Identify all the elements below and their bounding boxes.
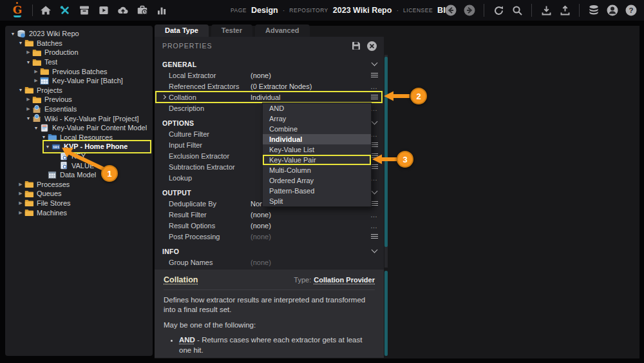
property-value[interactable]: (none) [251, 211, 365, 219]
tree-item-key[interactable]: KEY [5, 152, 153, 161]
dropdown-menu-icon[interactable] [365, 233, 384, 239]
tree-item-kvp-home-phone[interactable]: ▼101KVP - Home Phone [5, 142, 153, 152]
help-type-link[interactable]: Collation Provider [314, 275, 375, 285]
property-row-post-processing[interactable]: Post Processing(none) [155, 231, 384, 242]
help-property-name[interactable]: Collation [164, 275, 294, 286]
tree-item-data-model[interactable]: Data Model [5, 170, 153, 180]
tasks-icon[interactable] [136, 5, 148, 17]
dropdown-option-pattern-based[interactable]: Pattern-Based [263, 186, 371, 196]
tree-item-test[interactable]: ▼Test [5, 57, 153, 67]
dropdown-option-array[interactable]: Array [263, 113, 371, 124]
close-icon[interactable] [366, 40, 377, 52]
collapse-arrow-icon[interactable]: ▼ [17, 41, 24, 45]
repository-value[interactable]: 2023 Wiki Repo [333, 6, 392, 15]
property-row-collation[interactable]: CollationIndividual [155, 92, 384, 103]
help-term-link[interactable]: Array [179, 357, 198, 358]
expand-arrow-icon[interactable]: ▶ [32, 78, 40, 83]
property-row-referenced-extractors[interactable]: Referenced Extractors(0 Extractor Nodes)… [155, 81, 384, 92]
section-header-info[interactable]: INFO [155, 246, 384, 257]
tree-item-projects[interactable]: ▼Projects [5, 86, 153, 95]
property-row-group-names[interactable]: Group Names(none) [155, 257, 384, 268]
cloud-upload-icon[interactable] [117, 5, 129, 17]
tab-tester[interactable]: Tester [211, 25, 252, 37]
tree-item-batches[interactable]: ▼Batches [5, 39, 153, 48]
dropdown-option-multi-column[interactable]: Multi-Column [263, 165, 371, 175]
tree-item-file-stores[interactable]: ▶File Stores [5, 199, 153, 208]
dropdown-option-ordered-array[interactable]: Ordered Array [263, 175, 371, 186]
home-icon[interactable] [39, 5, 52, 17]
help-icon[interactable]: ? [625, 4, 638, 17]
page-value[interactable]: Design [251, 6, 278, 15]
collapse-arrow-icon[interactable]: ▼ [24, 116, 32, 121]
collapse-arrow-icon[interactable]: ▼ [32, 126, 40, 130]
tree-item-previous-batches[interactable]: ▶Previous Batches [5, 66, 153, 76]
tree-item-previous[interactable]: ▶Previous [5, 95, 153, 104]
dropdown-option-split[interactable]: Split [263, 196, 371, 206]
tree-item-processes[interactable]: ▶Processes [5, 180, 153, 190]
chevron-down-icon[interactable] [365, 250, 384, 252]
collapse-arrow-icon[interactable]: ▼ [24, 60, 32, 64]
collapse-arrow-icon[interactable]: ▼ [44, 144, 52, 149]
properties-scrollbar-thumb[interactable] [384, 57, 388, 247]
tree-item-essentials[interactable]: ▶Essentials [5, 104, 153, 114]
tree-item-wiki-key-value-pair-project-[interactable]: ▼Wiki - Key-Value Pair [Project] [5, 113, 153, 123]
dropdown-option-and[interactable]: AND [263, 103, 371, 113]
tools-icon[interactable] [59, 5, 71, 17]
dropdown-option-key-value-list[interactable]: Key-Value List [263, 144, 371, 155]
dropdown-menu-icon[interactable] [365, 72, 384, 78]
app-logo[interactable]: G [8, 4, 27, 17]
collapse-arrow-icon[interactable]: ▼ [40, 135, 48, 139]
property-row-result-filter[interactable]: Result Filter(none)… [155, 209, 384, 220]
save-icon[interactable] [350, 40, 362, 52]
tree-item-queues[interactable]: ▶Queues [5, 189, 153, 199]
expand-arrow-icon[interactable]: ▶ [17, 182, 24, 187]
expand-arrow-icon[interactable]: ▶ [17, 201, 24, 206]
dropdown-option-combine[interactable]: Combine [263, 124, 371, 134]
dropdown-option-individual[interactable]: Individual [263, 134, 371, 144]
dropdown-menu-icon[interactable] [365, 93, 384, 100]
archive-icon[interactable] [78, 5, 90, 17]
property-value[interactable]: (none) [251, 72, 365, 79]
property-value[interactable]: Individual [251, 93, 365, 101]
stats-icon[interactable] [155, 5, 167, 17]
tree-item-key-value-pair-content-model[interactable]: ▼Key-Value Pair Content Model [5, 123, 153, 133]
tab-data-type[interactable]: Data Type [155, 25, 209, 37]
property-value[interactable]: (none) [251, 233, 365, 240]
tab-advanced[interactable]: Advanced [255, 25, 310, 37]
property-value[interactable]: (none) [251, 259, 365, 266]
collapse-arrow-icon[interactable]: ▼ [9, 32, 17, 36]
tree-item-production[interactable]: ▶Production [5, 48, 153, 57]
expand-arrow-icon[interactable]: ▶ [32, 69, 40, 74]
chevron-down-icon[interactable] [365, 63, 384, 65]
property-row-local-extractor[interactable]: Local Extractor(none) [155, 70, 384, 81]
tree-item-machines[interactable]: ▶Machines [5, 208, 153, 217]
ellipsis-editor-icon[interactable]: … [365, 84, 384, 88]
tree-item-key-value-pair-batch-[interactable]: ▶Key-Value Pair [Batch] [5, 76, 153, 86]
section-header-general[interactable]: GENERAL [155, 59, 384, 70]
back-icon[interactable] [444, 4, 457, 17]
ellipsis-editor-icon[interactable]: … [365, 213, 384, 217]
export-icon[interactable] [558, 4, 571, 17]
property-row-result-options[interactable]: Result Options(none)… [155, 220, 384, 231]
help-term-link[interactable]: AND [179, 336, 195, 344]
expand-arrow-icon[interactable]: ▶ [17, 210, 24, 215]
property-value[interactable]: (none) [251, 222, 365, 230]
refresh-icon[interactable] [492, 4, 505, 17]
expand-property-icon[interactable] [161, 94, 167, 101]
property-value[interactable]: (0 Extractor Nodes) [251, 83, 365, 90]
media-icon[interactable] [97, 5, 109, 17]
ellipsis-editor-icon[interactable]: … [365, 224, 384, 228]
expand-arrow-icon[interactable]: ▶ [24, 50, 32, 55]
expand-arrow-icon[interactable]: ▶ [17, 191, 24, 196]
expand-arrow-icon[interactable]: ▶ [24, 106, 32, 112]
help-scrollbar-thumb[interactable] [384, 271, 388, 356]
expand-arrow-icon[interactable]: ▶ [24, 97, 32, 102]
database-icon[interactable] [587, 4, 600, 17]
tree-item-value[interactable]: VALUE [5, 161, 153, 170]
user-icon[interactable] [606, 4, 619, 17]
collapse-arrow-icon[interactable]: ▼ [17, 88, 24, 92]
tree-item-2023-wiki-repo[interactable]: ▼2023 Wiki Repo [5, 29, 153, 39]
dropdown-option-key-value-pair[interactable]: Key-Value Pair [263, 155, 371, 165]
forward-icon[interactable] [463, 4, 476, 17]
import-icon[interactable] [540, 4, 553, 17]
